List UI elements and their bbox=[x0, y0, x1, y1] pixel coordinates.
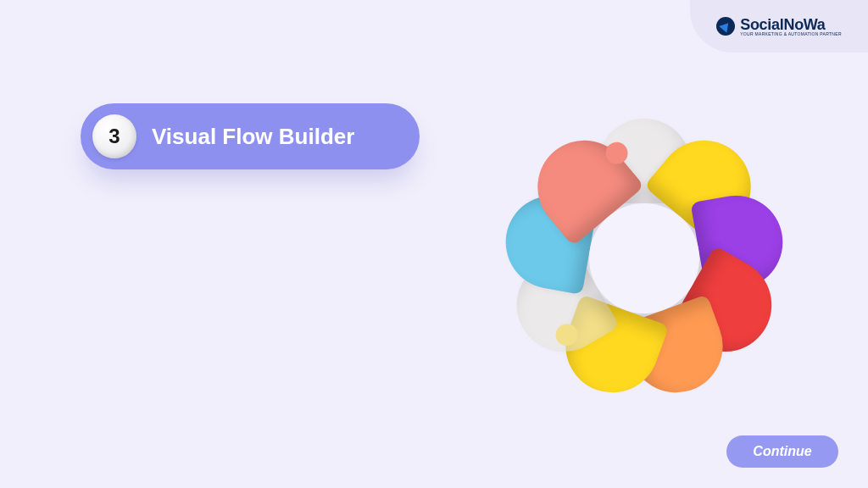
slide-title: Visual Flow Builder bbox=[152, 124, 354, 150]
puzzle-ring-graphic bbox=[504, 119, 784, 398]
brand-badge: SocialNoWa YOUR MARKETING & AUTOMATION P… bbox=[690, 0, 868, 53]
continue-button[interactable]: Continue bbox=[726, 435, 838, 468]
brand-logo-icon bbox=[716, 17, 735, 36]
step-number-badge: 3 bbox=[92, 114, 136, 158]
brand-name: SocialNoWa bbox=[740, 17, 842, 32]
puzzle-knob-icon bbox=[601, 137, 632, 169]
title-pill: 3 Visual Flow Builder bbox=[81, 103, 420, 169]
brand-tagline: YOUR MARKETING & AUTOMATION PARTNER bbox=[740, 32, 842, 36]
puzzle-center-hole bbox=[589, 203, 699, 313]
continue-label: Continue bbox=[753, 444, 811, 459]
brand-text-wrap: SocialNoWa YOUR MARKETING & AUTOMATION P… bbox=[740, 17, 842, 36]
paper-plane-icon bbox=[719, 19, 732, 32]
